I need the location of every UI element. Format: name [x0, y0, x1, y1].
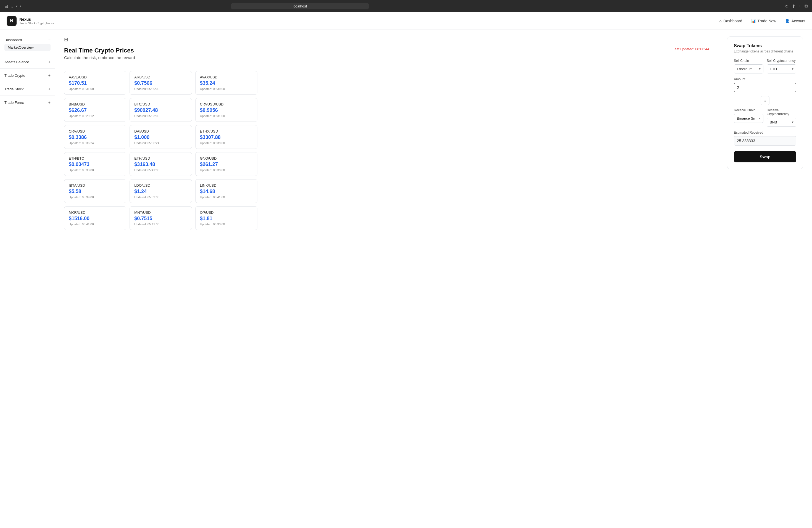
receive-crypto-label: Receive Cryptocurrency: [767, 108, 796, 116]
sidebar-trade-forex-section: Trade Forex +: [0, 97, 55, 108]
sell-chain-select[interactable]: Ethereum Binance Smart Chain Polygon Ava…: [734, 64, 764, 73]
price-card: BTC/USD $90927.48 Updated: 05:33:00: [130, 98, 192, 122]
sidebar-item-dashboard[interactable]: Dashboard −: [4, 36, 50, 43]
sidebar-item-trade-forex[interactable]: Trade Forex +: [4, 99, 50, 106]
nav-trade-now-label: Trade Now: [757, 19, 776, 23]
sidebar-item-market-overview[interactable]: MarketOverview: [4, 44, 50, 51]
swap-arrow-row: ↕: [734, 96, 796, 105]
price-value: $14.68: [200, 189, 253, 194]
trade-stock-expand-icon: +: [48, 87, 50, 91]
trade-stock-label: Trade Stock: [4, 87, 24, 91]
sidebar-dashboard-label: Dashboard: [4, 38, 22, 42]
price-value: $261.27: [200, 162, 253, 167]
price-updated: Updated: 05:33:00: [134, 114, 187, 118]
url-text: localhost: [293, 4, 307, 8]
receive-chain-select[interactable]: Binance Smart Chain Ethereum Polygon Ava…: [734, 114, 764, 123]
sidebar-item-trade-stock[interactable]: Trade Stock +: [4, 86, 50, 92]
page-title-group: Real Time Crypto Prices Calculate the ri…: [64, 47, 135, 65]
sidebar-item-trade-crypto[interactable]: Trade Crypto +: [4, 72, 50, 79]
price-value: $170.51: [69, 80, 121, 86]
price-updated: Updated: 05:31:00: [69, 87, 121, 91]
nav-account[interactable]: 👤 Account: [785, 19, 806, 23]
main-content: ⊟ Real Time Crypto Prices Calculate the …: [55, 30, 718, 528]
assets-balance-expand-icon: +: [48, 60, 50, 64]
address-bar[interactable]: localhost: [231, 3, 369, 10]
sell-chain-select-wrapper: Ethereum Binance Smart Chain Polygon Ava…: [734, 64, 764, 73]
reload-btn[interactable]: ↻: [785, 4, 788, 9]
swap-button[interactable]: Swap: [734, 151, 796, 162]
back-btn[interactable]: ‹: [16, 4, 17, 9]
sell-chain-group: Sell Chain Ethereum Binance Smart Chain …: [734, 59, 764, 73]
swap-direction-btn[interactable]: ↕: [760, 96, 769, 105]
price-updated: Updated: 05:39:00: [200, 168, 253, 172]
estimated-section: Estimated Received: [734, 131, 796, 146]
nav-dashboard[interactable]: ⌂ Dashboard: [719, 19, 742, 23]
user-icon: 👤: [785, 19, 789, 23]
amount-input[interactable]: [734, 83, 796, 92]
new-tab-btn[interactable]: +: [799, 4, 801, 9]
chevron-down-icon[interactable]: ⌄: [10, 4, 14, 9]
amount-label: Amount: [734, 77, 796, 81]
sell-crypto-select[interactable]: ETH BNB USDT USDC: [767, 64, 796, 73]
trade-forex-label: Trade Forex: [4, 101, 24, 105]
price-pair: LDO/USD: [134, 184, 187, 188]
trade-crypto-label: Trade Crypto: [4, 73, 25, 78]
sidebar-dashboard-section: Dashboard − MarketOverview: [0, 34, 55, 54]
price-value: $0.3386: [69, 134, 121, 140]
browser-controls: ⊟ ⌄ ‹ ›: [4, 4, 21, 9]
price-card: ETHX/USD $3307.88 Updated: 05:39:00: [195, 125, 257, 149]
price-pair: ETH/USD: [134, 156, 187, 160]
price-updated: Updated: 05:39:00: [200, 142, 253, 145]
receive-chain-label: Receive Chain: [734, 108, 764, 112]
price-card: ARB/USD $0.7566 Updated: 05:39:00: [130, 71, 192, 95]
forward-btn[interactable]: ›: [19, 4, 21, 9]
price-pair: GNO/USD: [200, 156, 253, 160]
price-pair: MNT/USD: [134, 210, 187, 215]
amount-section: Amount: [734, 77, 796, 92]
price-card: MNT/USD $0.7515 Updated: 05:41:00: [130, 206, 192, 230]
price-card: ETH/USD $3163.48 Updated: 05:41:00: [130, 152, 192, 176]
receive-crypto-select[interactable]: BNB ETH USDT USDC: [767, 118, 796, 127]
sidebar-item-assets-balance[interactable]: Assets Balance +: [4, 59, 50, 65]
tab-overview-btn[interactable]: ⧉: [804, 4, 808, 9]
sell-row: Sell Chain Ethereum Binance Smart Chain …: [734, 59, 796, 73]
sidebar-divider-4: [0, 96, 55, 96]
sidebar-toggle-btn[interactable]: ⊟: [4, 4, 8, 9]
price-value: $3163.48: [134, 162, 187, 167]
share-btn[interactable]: ⬆: [792, 4, 795, 9]
swap-title: Swap Tokens: [734, 43, 796, 48]
page-header: Real Time Crypto Prices Calculate the ri…: [64, 47, 709, 65]
page-title: Real Time Crypto Prices: [64, 47, 135, 54]
price-pair: AVAX/USD: [200, 75, 253, 79]
last-updated-badge: Last updated: 08:06:44: [672, 47, 709, 51]
estimated-label: Estimated Received: [734, 131, 796, 134]
price-value: $5.58: [69, 189, 121, 194]
price-card: BNB/USD $626.67 Updated: 05:29:12: [64, 98, 126, 122]
price-card: OP/USD $1.81 Updated: 05:33:00: [195, 206, 257, 230]
price-card: CRV/USD $0.3386 Updated: 05:36:24: [64, 125, 126, 149]
price-card: AAVE/USD $170.51 Updated: 05:31:00: [64, 71, 126, 95]
sidebar-dashboard-collapse-icon: −: [48, 38, 50, 42]
price-card: LDO/USD $1.24 Updated: 05:39:00: [130, 179, 192, 203]
nav-account-label: Account: [791, 19, 806, 23]
price-value: $1516.00: [69, 216, 121, 221]
price-updated: Updated: 05:41:00: [200, 195, 253, 199]
price-value: $1.24: [134, 189, 187, 194]
nav-trade-now[interactable]: 📊 Trade Now: [751, 19, 776, 23]
home-icon: ⌂: [719, 19, 721, 23]
page-subtitle: Calculate the risk, embrace the reward: [64, 55, 135, 60]
price-value: $0.03473: [69, 162, 121, 167]
price-value: $1.81: [200, 216, 253, 221]
price-card: DAI/USD $1.000 Updated: 05:36:24: [130, 125, 192, 149]
sell-crypto-select-wrapper: ETH BNB USDT USDC ▼: [767, 64, 796, 73]
panel-toggle-btn[interactable]: ⊟: [64, 36, 709, 43]
price-pair: ETHX/USD: [200, 129, 253, 133]
sidebar-divider-2: [0, 69, 55, 69]
price-card: CRVUSD/USD $0.9956 Updated: 05:31:00: [195, 98, 257, 122]
price-value: $1.000: [134, 134, 187, 140]
sidebar-divider-1: [0, 55, 55, 55]
app-header: N Nexus Trade Stock,Crypto,Forex ⌂ Dashb…: [0, 12, 812, 30]
price-pair: OP/USD: [200, 210, 253, 215]
price-pair: DAI/USD: [134, 129, 187, 133]
browser-right-controls: ↻ ⬆ + ⧉: [785, 4, 808, 9]
